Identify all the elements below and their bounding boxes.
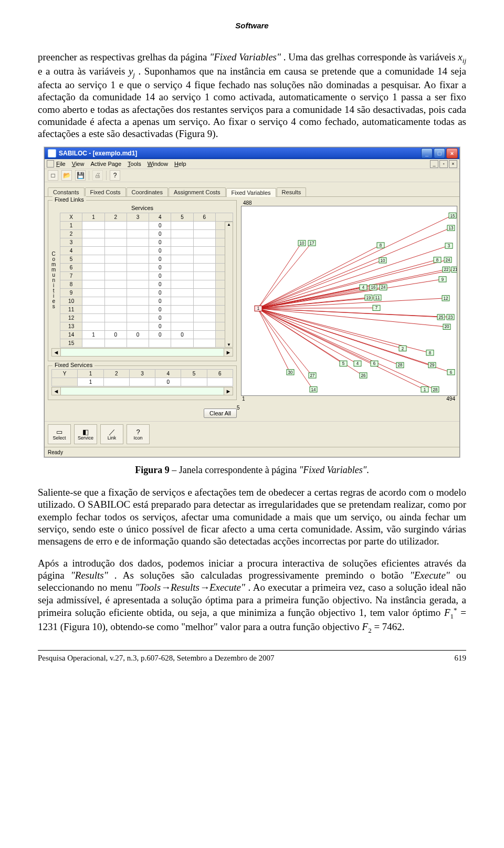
footer-page: 619 <box>455 654 467 663</box>
link-tool[interactable]: ／Link <box>100 424 123 444</box>
svg-text:23: 23 <box>448 315 453 320</box>
svg-text:29: 29 <box>430 363 435 368</box>
svg-text:12: 12 <box>444 296 448 301</box>
paragraph-1: preencher as respectivas grelhas da pági… <box>38 51 466 140</box>
app-icon <box>48 149 56 158</box>
title-bar[interactable]: SABILOC - [exemplo.md1] _ □ × <box>45 148 459 159</box>
svg-text:16: 16 <box>371 285 376 290</box>
communities-label: Communities <box>51 213 58 348</box>
service-tool[interactable]: ◧Service <box>74 424 97 444</box>
open-icon[interactable]: 📂 <box>61 170 72 181</box>
tab-constants[interactable]: Constants <box>48 187 85 196</box>
menu-active-page[interactable]: Active Page <box>90 161 121 167</box>
caption-number: Figura 9 <box>135 465 170 475</box>
hscrollbar-links[interactable]: ◄► <box>51 348 233 357</box>
menu-file[interactable]: File <box>56 161 66 167</box>
svg-line-2 <box>258 243 301 308</box>
figure-caption: Figura 9 – Janela correspondente à págin… <box>38 465 466 476</box>
menu-tools[interactable]: Tools <box>128 161 141 167</box>
minimize-button[interactable]: _ <box>421 148 433 159</box>
svg-text:22: 22 <box>444 268 449 273</box>
term-execute: "Execute" <box>410 570 450 581</box>
mdi-restore[interactable]: ▫ <box>439 160 448 168</box>
text: . Uma das grelhas corresponde às variáve… <box>284 51 458 62</box>
window-title: SABILOC - [exemplo.md1] <box>59 150 420 157</box>
svg-text:10: 10 <box>300 241 304 246</box>
svg-text:17: 17 <box>310 241 314 246</box>
mdi-controls: File View Active Page Tools Window Help … <box>45 159 459 169</box>
svg-text:9: 9 <box>442 277 444 282</box>
fixed-services-legend: Fixed Services <box>52 362 94 368</box>
menu-view[interactable]: View <box>72 161 85 167</box>
page-footer: Pesquisa Operacional, v.27, n.3, p.607-6… <box>38 654 466 663</box>
svg-line-3 <box>258 243 311 308</box>
term-menu-path: "Tools→Results→Execute" <box>135 582 245 593</box>
text: = 7462. <box>374 621 404 632</box>
mode-toolbar: ▭Select◧Service／Link?Icon <box>45 422 459 447</box>
svg-text:25: 25 <box>439 315 444 320</box>
svg-text:8: 8 <box>380 243 382 248</box>
footer-left: Pesquisa Operacional, v.27, n.3, p.607-6… <box>38 654 275 663</box>
svg-text:24: 24 <box>381 285 386 290</box>
app-window: SABILOC - [exemplo.md1] _ □ × File View … <box>44 147 460 457</box>
tab-assignment-costs[interactable]: Assignment Costs <box>169 187 226 196</box>
caption-ital: "Fixed Variables" <box>299 465 367 475</box>
menu-window[interactable]: Window <box>148 161 168 167</box>
svg-line-18 <box>258 308 376 309</box>
network-canvas[interactable]: 1151310178310824222194162419111272523202… <box>241 206 457 396</box>
status-bar: Ready <box>45 447 459 457</box>
svg-text:13: 13 <box>449 226 454 231</box>
running-head: Software <box>38 21 466 30</box>
icon-tool[interactable]: ?Icon <box>127 424 150 444</box>
svg-text:21: 21 <box>453 268 457 273</box>
svg-text:19: 19 <box>366 296 371 300</box>
print-icon[interactable]: 🖨 <box>92 170 103 181</box>
help-icon[interactable]: ? <box>110 170 120 181</box>
svg-line-1 <box>258 228 450 308</box>
svg-line-30 <box>258 309 312 376</box>
svg-text:26: 26 <box>361 373 366 378</box>
menu-help[interactable]: Help <box>174 161 186 167</box>
text: . As soluções são calculadas progressiva… <box>114 570 410 581</box>
select-tool[interactable]: ▭Select <box>48 424 71 444</box>
term-results: "Results" <box>71 570 108 581</box>
svg-text:30: 30 <box>288 370 293 375</box>
tab-fixed-costs[interactable]: Fixed Costs <box>85 187 126 196</box>
svg-text:28: 28 <box>433 388 438 392</box>
svg-line-29 <box>258 309 290 372</box>
close-button[interactable]: × <box>446 148 458 159</box>
tab-coordinates[interactable]: Coordinates <box>127 187 168 196</box>
var-f2: F <box>362 621 369 632</box>
var-f1: F <box>444 607 450 618</box>
svg-text:6: 6 <box>450 370 453 375</box>
clear-all-button[interactable]: Clear All <box>204 409 237 418</box>
new-icon[interactable]: □ <box>48 170 58 181</box>
svg-text:11: 11 <box>375 296 380 300</box>
text: preencher as respectivas grelhas da pági… <box>38 51 209 62</box>
term-fixed-variables: "Fixed Variables" <box>209 51 281 62</box>
mdi-minimize[interactable]: _ <box>430 160 438 168</box>
fixed-links-grid[interactable]: X123456102030405060708090100110120130141… <box>60 213 233 348</box>
viz-x-min: 1 <box>242 396 245 402</box>
footer-rule <box>38 650 466 651</box>
menu-bar[interactable]: File View Active Page Tools Window Help <box>56 161 186 167</box>
hscrollbar-services[interactable]: ◄► <box>51 387 233 395</box>
mdi-close[interactable]: × <box>449 160 457 168</box>
viz-x-max: 494 <box>446 396 455 402</box>
var-xij: xij <box>458 51 466 62</box>
viz-y-min: 5 <box>237 405 240 411</box>
svg-text:10: 10 <box>381 258 385 263</box>
svg-text:20: 20 <box>445 325 449 330</box>
client-area: Fixed Links Services Communities X123456… <box>45 197 459 422</box>
fixed-services-grid[interactable]: Y12345610 <box>51 369 233 386</box>
save-icon[interactable]: 💾 <box>75 170 86 181</box>
svg-text:4: 4 <box>356 361 359 366</box>
svg-text:27: 27 <box>310 373 315 378</box>
svg-text:14: 14 <box>311 388 316 392</box>
vscrollbar[interactable]: ▲▼ <box>225 222 233 348</box>
maximize-button[interactable]: □ <box>434 148 445 159</box>
svg-line-27 <box>258 309 400 365</box>
paragraph-2: Saliente-se que a fixação de serviços e … <box>38 486 466 547</box>
tab-fixed-variables[interactable]: Fixed Variables <box>226 188 276 197</box>
tab-results[interactable]: Results <box>277 187 307 196</box>
